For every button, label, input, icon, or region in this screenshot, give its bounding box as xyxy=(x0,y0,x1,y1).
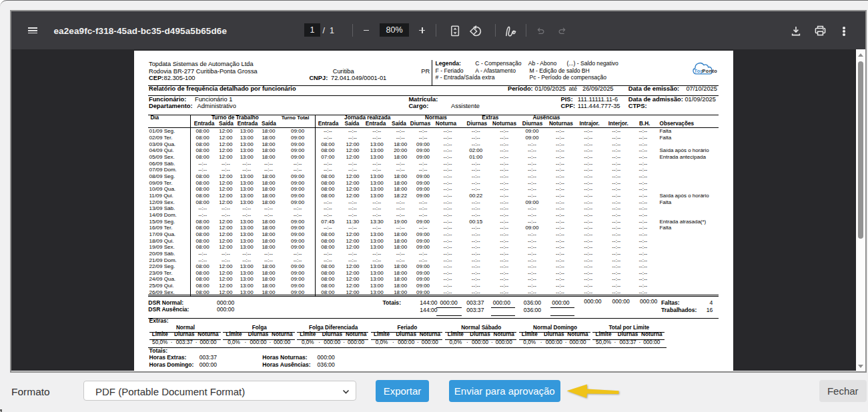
svg-text:Ponto: Ponto xyxy=(703,69,718,75)
